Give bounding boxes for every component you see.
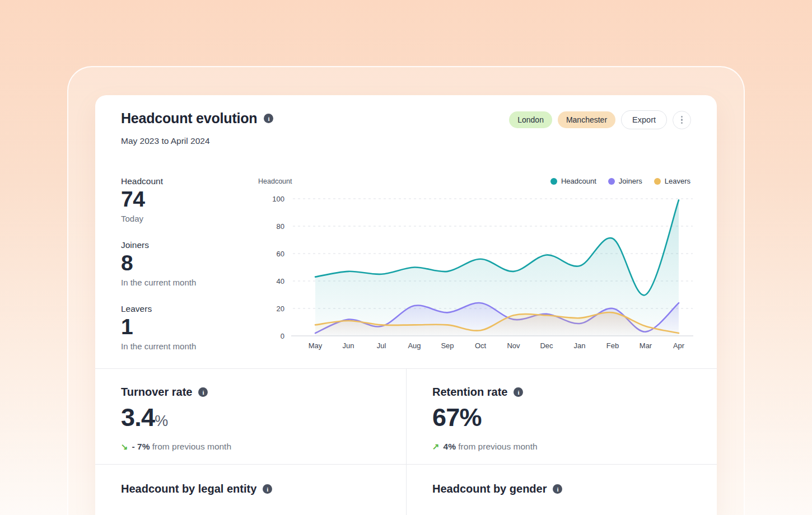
turnover-rate-value: 3.4% [121,404,379,435]
joiners-series-dot [608,178,615,185]
headcount-evolution-card: Headcount evolution i May 2023 to April … [95,95,717,515]
trend-up-arrow-icon: ↗ [432,442,440,452]
stat-value: 8 [121,251,250,275]
page-title: Headcount evolution [121,110,257,127]
info-icon[interactable]: i [198,387,208,397]
svg-text:Sep: Sep [441,341,454,350]
turnover-rate-card: Turnover rate i 3.4% ↘ - 7% from previou… [121,386,379,452]
headcount-series-dot [550,178,557,185]
svg-text:80: 80 [277,222,284,231]
chart-legend: Headcount Joiners Leavers [550,177,690,185]
kebab-menu-button[interactable] [673,111,691,129]
legend-item-joiners[interactable]: Joiners [608,177,642,185]
section-title: Headcount by legal entity [121,483,256,495]
svg-text:20: 20 [277,305,284,313]
export-button[interactable]: Export [621,110,667,129]
info-icon[interactable]: i [553,484,562,494]
stat-value: 1 [121,315,250,339]
svg-text:Jan: Jan [574,341,586,350]
stat-headcount: Headcount 74 Today [121,175,250,224]
headcount-by-legal-entity-card: Headcount by legal entity i [121,483,272,495]
turnover-trend: ↘ - 7% from previous month [121,442,379,452]
y-axis-title: Headcount [258,177,292,185]
stats-column: Headcount 74 Today Joiners 8 In the curr… [121,175,250,367]
stat-caption: In the current month [121,277,250,288]
svg-text:Jun: Jun [343,341,354,350]
svg-text:Jul: Jul [377,341,386,350]
info-icon[interactable]: i [514,387,523,397]
stat-label: Leavers [121,303,250,315]
svg-text:0: 0 [281,332,284,340]
retention-trend: ↗ 4% from previous month [432,442,690,452]
header-controls: London Manchester Export [509,110,691,129]
stat-leavers: Leavers 1 In the current month [121,303,250,352]
divider [406,368,407,464]
filter-chip-manchester[interactable]: Manchester [558,111,615,128]
retention-rate-card: Retention rate i 67% ↗ 4% from previous … [432,386,690,452]
area-chart-svg[interactable]: 020406080100MayJunJulAugSepOctNovDecJanF… [263,193,700,355]
svg-text:May: May [309,341,323,350]
stat-caption: Today [121,213,250,224]
svg-text:Aug: Aug [408,341,421,350]
stat-label: Joiners [121,239,250,251]
stat-value: 74 [121,187,250,212]
date-range-subtitle: May 2023 to April 2024 [121,136,210,146]
filter-chip-london[interactable]: London [509,111,552,128]
headcount-evolution-chart[interactable]: 020406080100MayJunJulAugSepOctNovDecJanF… [263,193,700,355]
svg-text:Apr: Apr [673,341,685,350]
trend-down-arrow-icon: ↘ [121,442,128,452]
svg-text:60: 60 [277,250,284,258]
headcount-by-gender-card: Headcount by gender i [432,483,562,495]
svg-text:Nov: Nov [507,341,520,350]
svg-text:Mar: Mar [640,341,652,350]
stat-joiners: Joiners 8 In the current month [121,239,250,288]
divider [406,464,407,515]
retention-rate-value: 67% [432,404,690,435]
stat-caption: In the current month [121,340,250,352]
section-title: Headcount by gender [432,483,547,495]
svg-text:Dec: Dec [540,341,553,350]
svg-text:100: 100 [272,195,284,203]
stat-label: Headcount [121,175,250,187]
legend-item-headcount[interactable]: Headcount [550,177,596,185]
legend-item-leavers[interactable]: Leavers [654,177,690,185]
svg-text:40: 40 [277,277,284,285]
svg-text:Oct: Oct [475,341,487,350]
dashboard-stage: Headcount evolution i May 2023 to April … [0,0,812,515]
leavers-series-dot [654,178,661,185]
metric-title: Retention rate [432,386,507,399]
info-icon[interactable]: i [264,114,273,123]
info-icon[interactable]: i [263,484,272,494]
metric-title: Turnover rate [121,386,192,399]
svg-text:Feb: Feb [606,341,619,350]
